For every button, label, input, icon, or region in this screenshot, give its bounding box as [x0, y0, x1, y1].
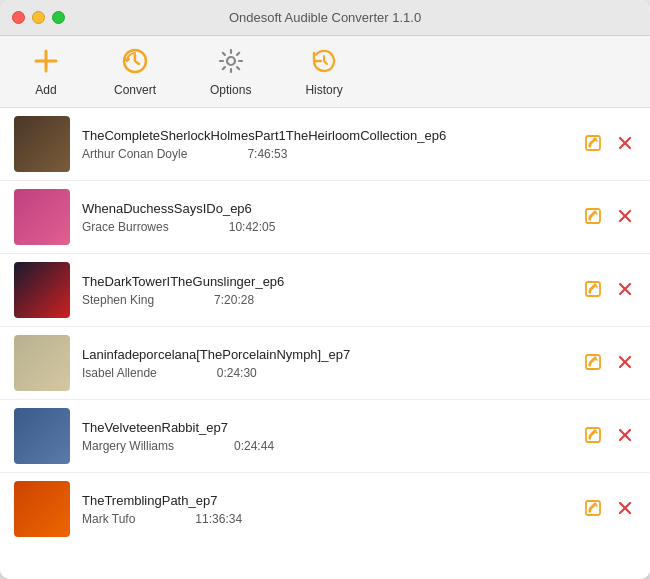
- svg-point-1: [227, 57, 235, 65]
- book-title: TheCompleteSherlockHolmesPart1TheHeirloo…: [82, 128, 582, 143]
- book-meta-row: Stephen King 7:20:28: [82, 293, 582, 307]
- table-row: WhenaDuchessSaysIDo_ep6 Grace Burrowes 1…: [0, 181, 650, 254]
- app-window: Ondesoft Audible Converter 1.1.0 Add: [0, 0, 650, 579]
- book-cover: [14, 116, 70, 172]
- delete-button[interactable]: [614, 278, 636, 303]
- edit-button[interactable]: [582, 205, 604, 230]
- book-duration: 0:24:30: [217, 366, 257, 380]
- book-duration: 7:46:53: [247, 147, 287, 161]
- book-info: Laninfadeporcelana[ThePorcelainNymph]_ep…: [82, 347, 582, 380]
- book-cover: [14, 481, 70, 537]
- book-cover: [14, 335, 70, 391]
- add-label: Add: [35, 83, 56, 97]
- edit-button[interactable]: [582, 497, 604, 522]
- table-row: Laninfadeporcelana[ThePorcelainNymph]_ep…: [0, 327, 650, 400]
- book-duration: 7:20:28: [214, 293, 254, 307]
- edit-button[interactable]: [582, 132, 604, 157]
- book-meta-row: Isabel Allende 0:24:30: [82, 366, 582, 380]
- book-author: Grace Burrowes: [82, 220, 169, 234]
- book-author: Mark Tufo: [82, 512, 135, 526]
- delete-button[interactable]: [614, 351, 636, 376]
- add-button[interactable]: Add: [20, 41, 72, 103]
- table-row: TheDarkTowerITheGunslinger_ep6 Stephen K…: [0, 254, 650, 327]
- minimize-button[interactable]: [32, 11, 45, 24]
- book-cover: [14, 189, 70, 245]
- book-title: TheVelveteenRabbit_ep7: [82, 420, 582, 435]
- delete-button[interactable]: [614, 205, 636, 230]
- table-row: TheTremblingPath_ep7 Mark Tufo 11:36:34: [0, 473, 650, 545]
- convert-button[interactable]: Convert: [102, 41, 168, 103]
- edit-button[interactable]: [582, 424, 604, 449]
- zoom-button[interactable]: [52, 11, 65, 24]
- book-author: Stephen King: [82, 293, 154, 307]
- book-actions: [582, 278, 636, 303]
- options-button[interactable]: Options: [198, 41, 263, 103]
- history-icon: [310, 47, 338, 79]
- book-actions: [582, 205, 636, 230]
- add-icon: [32, 47, 60, 79]
- book-title: WhenaDuchessSaysIDo_ep6: [82, 201, 582, 216]
- book-author: Margery Williams: [82, 439, 174, 453]
- delete-button[interactable]: [614, 424, 636, 449]
- book-meta-row: Arthur Conan Doyle 7:46:53: [82, 147, 582, 161]
- book-author: Arthur Conan Doyle: [82, 147, 187, 161]
- book-actions: [582, 132, 636, 157]
- traffic-lights: [12, 11, 65, 24]
- book-duration: 0:24:44: [234, 439, 274, 453]
- table-row: TheCompleteSherlockHolmesPart1TheHeirloo…: [0, 108, 650, 181]
- book-info: TheVelveteenRabbit_ep7 Margery Williams …: [82, 420, 582, 453]
- book-list: TheCompleteSherlockHolmesPart1TheHeirloo…: [0, 108, 650, 579]
- table-row: TheVelveteenRabbit_ep7 Margery Williams …: [0, 400, 650, 473]
- book-meta-row: Grace Burrowes 10:42:05: [82, 220, 582, 234]
- book-title: Laninfadeporcelana[ThePorcelainNymph]_ep…: [82, 347, 582, 362]
- book-actions: [582, 351, 636, 376]
- options-label: Options: [210, 83, 251, 97]
- book-duration: 11:36:34: [195, 512, 242, 526]
- book-info: TheDarkTowerITheGunslinger_ep6 Stephen K…: [82, 274, 582, 307]
- book-duration: 10:42:05: [229, 220, 276, 234]
- book-author: Isabel Allende: [82, 366, 157, 380]
- book-title: TheDarkTowerITheGunslinger_ep6: [82, 274, 582, 289]
- convert-icon: [121, 47, 149, 79]
- book-meta-row: Mark Tufo 11:36:34: [82, 512, 582, 526]
- book-actions: [582, 497, 636, 522]
- history-button[interactable]: History: [293, 41, 354, 103]
- book-title: TheTremblingPath_ep7: [82, 493, 582, 508]
- book-actions: [582, 424, 636, 449]
- book-info: TheTremblingPath_ep7 Mark Tufo 11:36:34: [82, 493, 582, 526]
- title-bar: Ondesoft Audible Converter 1.1.0: [0, 0, 650, 36]
- book-info: WhenaDuchessSaysIDo_ep6 Grace Burrowes 1…: [82, 201, 582, 234]
- delete-button[interactable]: [614, 132, 636, 157]
- edit-button[interactable]: [582, 351, 604, 376]
- window-title: Ondesoft Audible Converter 1.1.0: [229, 10, 421, 25]
- book-cover: [14, 408, 70, 464]
- close-button[interactable]: [12, 11, 25, 24]
- options-icon: [217, 47, 245, 79]
- book-info: TheCompleteSherlockHolmesPart1TheHeirloo…: [82, 128, 582, 161]
- convert-label: Convert: [114, 83, 156, 97]
- history-label: History: [305, 83, 342, 97]
- edit-button[interactable]: [582, 278, 604, 303]
- book-cover: [14, 262, 70, 318]
- toolbar: Add Convert Options: [0, 36, 650, 108]
- book-meta-row: Margery Williams 0:24:44: [82, 439, 582, 453]
- delete-button[interactable]: [614, 497, 636, 522]
